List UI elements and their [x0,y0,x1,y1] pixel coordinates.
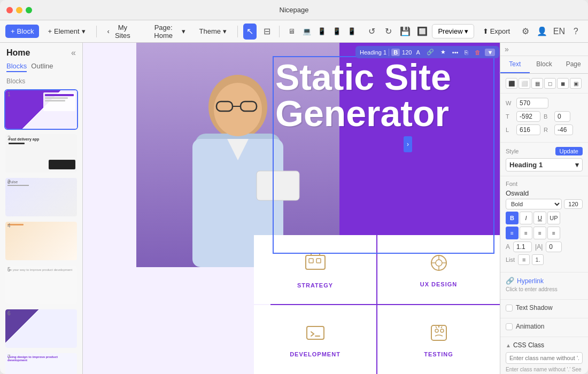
sidebar-collapse-button[interactable]: « [71,48,76,58]
text-align-buttons: ≡ ≡ ≡ ≡ [506,227,583,239]
block-button[interactable]: + Block [5,25,39,38]
heading-style-label[interactable]: Heading 1 [360,49,386,56]
list-item[interactable]: 2 Fast delivery app [4,133,78,174]
list-item[interactable]: DEVELOPMENT [254,305,376,374]
italic-format-button[interactable]: I [520,212,532,224]
maximize-button[interactable] [26,7,32,13]
letter-spacing-input[interactable] [513,241,532,252]
list-item[interactable]: 5 On your way to improve product develop… [4,264,78,305]
unordered-list-button[interactable]: ≡ [518,254,530,265]
hero-heading[interactable]: Static Site Generator [275,59,489,131]
align-middle-icon[interactable]: ◼ [557,78,569,89]
element-button[interactable]: + Element ▾ [42,25,90,38]
align-right-icon[interactable]: ▦ [531,78,543,89]
tab-page[interactable]: Page [559,56,588,73]
align-top-icon[interactable]: ◻ [544,78,556,89]
mobile-small-view[interactable]: 📱 [345,25,359,38]
mobile-view[interactable]: 📱 [330,25,344,38]
heading-style-select[interactable]: Heading 1 ▾ [506,158,583,172]
list-item[interactable]: STRATEGY [254,235,376,304]
tablet-view[interactable]: 📱 [315,25,329,38]
tab-blocks[interactable]: Blocks [6,61,27,72]
redo-button[interactable]: ↻ [382,24,395,40]
laptop-view[interactable]: 💻 [300,25,314,38]
cursor-icon: ↖ [246,26,253,36]
star-button[interactable]: ★ [438,48,448,56]
list-item[interactable]: 6 [4,308,78,349]
panel-toggle-icon[interactable]: » [505,45,509,53]
layout-tool-button[interactable]: ⊟ [260,24,273,40]
preview-button[interactable]: Preview ▾ [432,24,474,38]
undo-button[interactable]: ↺ [365,24,378,40]
testing-icon [428,322,450,346]
my-sites-button[interactable]: ‹ My Sites [102,21,139,42]
hyperlink-placeholder[interactable]: Click to enter address [506,286,583,292]
bottom-input[interactable] [554,111,570,122]
align-right-button[interactable]: ≡ [533,227,546,239]
select-tool-button[interactable]: ↖ [243,24,257,40]
account-button[interactable]: 👤 [536,24,549,40]
list-item[interactable]: 3 iPulse [4,177,78,217]
tab-text[interactable]: Text [500,56,530,73]
list-item[interactable]: 4 [4,221,78,261]
close-button[interactable] [6,7,13,13]
top-input[interactable] [516,111,540,122]
save-icon: 💾 [400,26,411,36]
align-bottom-icon[interactable]: ▣ [570,78,582,89]
help-button[interactable]: ? [569,24,583,40]
underline-format-button[interactable]: U [533,212,546,224]
item-num: 5 [7,267,11,272]
tab-block[interactable]: Block [530,56,559,73]
list-item[interactable]: TESTING [377,305,500,374]
down-button[interactable]: ▼ [485,49,495,56]
color-button[interactable]: A [414,49,422,56]
more-button[interactable]: ••• [450,49,461,56]
resize-handle-right[interactable]: › [404,136,412,152]
line-height-input[interactable] [546,241,562,252]
right-input[interactable] [554,124,573,135]
strategy-label: STRATEGY [297,282,333,289]
text-shadow-row[interactable]: Text Shadow [506,304,583,311]
copy-button[interactable]: ⎘ [462,49,470,56]
page-home-button[interactable]: Page: Home ▾ [142,21,191,42]
align-center-button[interactable]: ≡ [520,227,532,239]
list-item[interactable]: 7 Using design to improve product develo… [4,352,78,374]
list-item[interactable]: 1 [4,89,78,130]
left-input[interactable] [516,124,540,135]
minimize-button[interactable] [16,7,22,13]
settings-button[interactable]: ⚙ [519,24,532,40]
delete-button[interactable]: 🗑 [473,49,483,56]
align-left-icon[interactable]: ⬛ [506,78,517,89]
align-center-icon[interactable]: ⬜ [519,78,530,89]
publish-button[interactable]: 🔲 [415,24,429,40]
uppercase-format-button[interactable]: UP [547,212,560,224]
align-left-button[interactable]: ≡ [506,227,519,239]
link-button[interactable]: 🔗 [424,48,436,56]
desktop-view[interactable]: 🖥 [285,25,299,38]
text-shadow-checkbox[interactable] [506,305,513,311]
font-name[interactable]: Oswald [506,189,583,197]
language-button[interactable]: EN [552,24,566,40]
font-size-input[interactable] [564,199,583,209]
font-weight-select[interactable]: Bold Regular [506,199,562,209]
list-item[interactable]: UX DESIGN [377,235,500,304]
link-icon: 🔗 [506,277,514,285]
tab-outline[interactable]: Outline [31,61,53,72]
bottom-label: B [544,113,551,120]
theme-button[interactable]: Theme ▾ [194,25,232,38]
save-button[interactable]: 💾 [398,24,412,40]
export-button[interactable]: ⬆ Export [477,25,516,38]
canvas-area[interactable]: Heading 1 B 120 A 🔗 ★ ••• ⎘ 🗑 ▼ Static S… [83,43,500,374]
item-num: 3 [7,179,11,185]
animation-row[interactable]: Animation [506,323,583,330]
animation-checkbox[interactable] [506,323,513,330]
bold-format-button[interactable]: B [506,212,519,224]
svg-rect-10 [309,259,313,263]
ordered-list-button[interactable]: 1. [532,254,544,265]
hyperlink-row[interactable]: 🔗 Hyperlink [506,277,583,285]
bold-button[interactable]: B [391,49,400,56]
update-button[interactable]: Update [555,147,583,155]
align-justify-button[interactable]: ≡ [547,227,560,239]
css-class-input[interactable] [506,352,583,364]
width-input[interactable] [516,98,548,108]
